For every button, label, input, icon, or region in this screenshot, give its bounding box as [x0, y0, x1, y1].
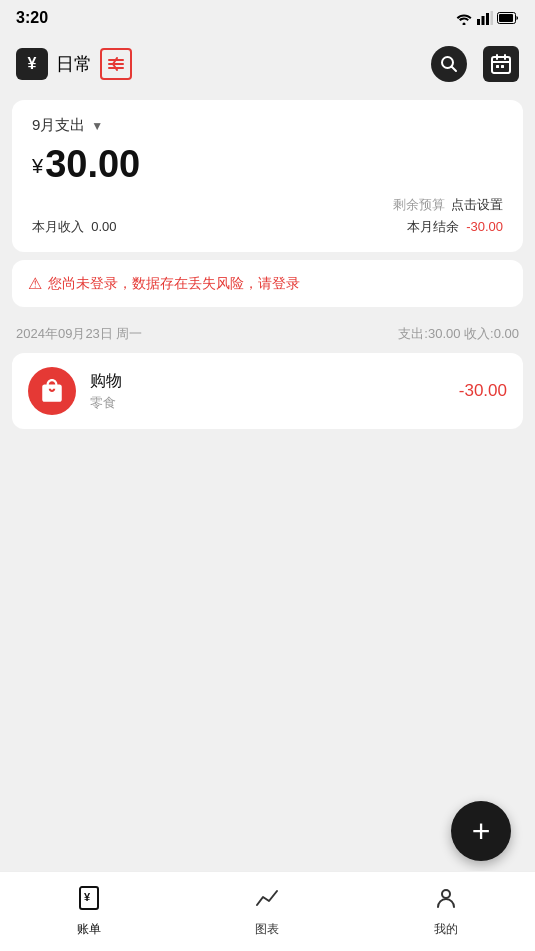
- transaction-category: 零食: [90, 394, 445, 412]
- chevron-down-icon: ▼: [91, 119, 103, 133]
- warning-icon: ⚠: [28, 274, 42, 293]
- stats-row: 本月收入 0.00 本月结余 -30.00: [32, 218, 503, 236]
- bottom-navigation: ¥ 账单 图表 我的: [0, 871, 535, 951]
- status-bar: 3:20: [0, 0, 535, 36]
- warning-message: 您尚未登录，数据存在丢失风险，请登录: [48, 275, 300, 293]
- date-label: 2024年09月23日 周一: [16, 325, 142, 343]
- battery-icon: [497, 12, 519, 24]
- month-row[interactable]: 9月支出 ▼: [32, 116, 503, 135]
- nav-label-profile: 我的: [434, 921, 458, 938]
- nav-item-profile[interactable]: 我的: [357, 877, 535, 946]
- svg-line-10: [452, 67, 457, 72]
- budget-label: 剩余预算: [393, 196, 445, 214]
- income-value: 0.00: [91, 219, 116, 234]
- transaction-info: 购物 零食: [90, 371, 445, 412]
- income-label: 本月收入: [32, 219, 84, 234]
- svg-rect-5: [499, 14, 513, 22]
- wifi-icon: [455, 11, 473, 25]
- shopping-icon: [39, 378, 65, 404]
- plus-icon: +: [472, 813, 491, 850]
- svg-rect-2: [486, 13, 489, 25]
- nav-label-chart: 图表: [255, 921, 279, 938]
- signal-icon: [477, 11, 493, 25]
- app-header: ¥ 日常: [0, 36, 535, 92]
- nav-item-bill[interactable]: ¥ 账单: [0, 877, 178, 946]
- balance-label: 本月结余: [407, 219, 459, 234]
- currency-symbol: ¥: [32, 155, 43, 177]
- search-button[interactable]: [431, 46, 467, 82]
- nav-item-chart[interactable]: 图表: [178, 877, 356, 946]
- warning-banner[interactable]: ⚠ 您尚未登录，数据存在丢失风险，请登录: [12, 260, 523, 307]
- date-stats: 支出:30.00 收入:0.00: [398, 325, 519, 343]
- svg-rect-15: [496, 65, 499, 68]
- expense-value: 30.00: [45, 143, 140, 185]
- svg-rect-16: [501, 65, 504, 68]
- chart-icon: [254, 885, 280, 917]
- svg-rect-11: [492, 57, 510, 73]
- bill-icon: ¥: [76, 885, 102, 917]
- month-label: 9月支出: [32, 116, 85, 135]
- yuan-badge: ¥: [16, 48, 48, 80]
- transaction-item[interactable]: 购物 零食 -30.00: [12, 353, 523, 429]
- svg-rect-3: [491, 11, 494, 25]
- calendar-button[interactable]: [483, 46, 519, 82]
- budget-row: 剩余预算 点击设置: [32, 196, 503, 214]
- summary-card: 9月支出 ▼ ¥30.00 剩余预算 点击设置 本月收入 0.00 本月结余 -…: [12, 100, 523, 252]
- income-stat: 本月收入 0.00: [32, 218, 117, 236]
- add-transaction-button[interactable]: +: [451, 801, 511, 861]
- transaction-amount: -30.00: [459, 381, 507, 401]
- header-title: 日常: [56, 52, 92, 76]
- svg-rect-1: [482, 16, 485, 25]
- date-section: 2024年09月23日 周一 支出:30.00 收入:0.00: [0, 315, 535, 349]
- transaction-name: 购物: [90, 371, 445, 392]
- svg-point-19: [442, 890, 450, 898]
- header-left: ¥ 日常: [16, 48, 431, 80]
- expense-amount: ¥30.00: [32, 143, 503, 186]
- warning-text: ⚠ 您尚未登录，数据存在丢失风险，请登录: [28, 274, 507, 293]
- status-icons: [455, 11, 519, 25]
- switch-button[interactable]: [100, 48, 132, 80]
- budget-set-button[interactable]: 点击设置: [451, 196, 503, 214]
- svg-rect-0: [477, 19, 480, 25]
- balance-value: -30.00: [466, 219, 503, 234]
- balance-stat: 本月结余 -30.00: [407, 218, 503, 236]
- nav-label-bill: 账单: [77, 921, 101, 938]
- transaction-icon: [28, 367, 76, 415]
- svg-text:¥: ¥: [84, 891, 91, 903]
- user-icon: [433, 885, 459, 917]
- header-right: [431, 46, 519, 82]
- status-time: 3:20: [16, 9, 48, 27]
